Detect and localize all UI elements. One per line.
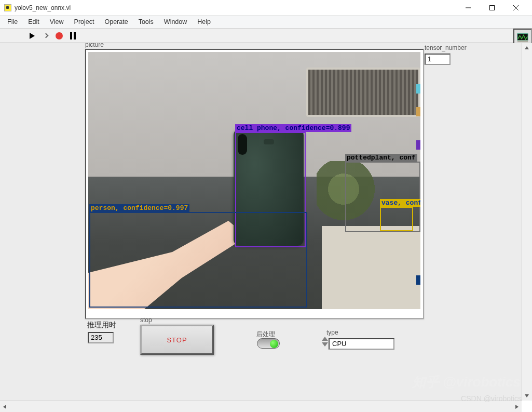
svg-marker-7 bbox=[525, 394, 529, 397]
run-button[interactable] bbox=[27, 31, 37, 41]
partial-detection-chip bbox=[416, 140, 420, 150]
svg-rect-5 bbox=[517, 41, 528, 43]
labview-icon bbox=[4, 4, 11, 11]
svg-rect-0 bbox=[466, 7, 471, 8]
titlebar: yolov5_new_onnx.vi bbox=[0, 0, 532, 16]
menu-help[interactable]: Help bbox=[192, 17, 216, 27]
partial-detection-chip bbox=[416, 275, 420, 285]
pause-button[interactable] bbox=[67, 31, 78, 41]
tensor-number-label: tensor_number bbox=[425, 44, 467, 51]
bbox-person: person, confidence=0.997 bbox=[89, 212, 307, 308]
menu-operate[interactable]: Operate bbox=[99, 17, 133, 27]
menubar: File Edit View Project Operate Tools Win… bbox=[0, 16, 532, 29]
bbox-label: cell phone, confidence=0.899 bbox=[235, 124, 351, 132]
close-button[interactable] bbox=[504, 0, 528, 16]
camera-view: cell phone, confidence=0.899 person, con… bbox=[88, 52, 420, 309]
stop-button[interactable]: STOP bbox=[140, 325, 214, 355]
run-continuously-button[interactable] bbox=[40, 31, 51, 41]
menu-project[interactable]: Project bbox=[69, 17, 100, 27]
minimize-button[interactable] bbox=[456, 0, 480, 16]
toolbar: ? bbox=[0, 29, 532, 43]
vertical-scrollbar[interactable] bbox=[522, 43, 532, 401]
bbox-label: pottedplant, conf bbox=[345, 154, 417, 162]
partial-detection-chip bbox=[416, 84, 420, 94]
inference-time-field: 235 bbox=[88, 332, 114, 343]
bbox-label: person, confidence=0.997 bbox=[89, 204, 189, 212]
type-label: type bbox=[326, 329, 338, 336]
maximize-button[interactable] bbox=[480, 0, 504, 16]
front-panel: picture cell phone, confidence=0.899 per… bbox=[0, 43, 522, 401]
watermark-zhihu: 知乎 @virobotics bbox=[412, 373, 521, 391]
chevron-up-icon bbox=[322, 337, 328, 341]
bbox-vase: vase, conf bbox=[380, 207, 413, 231]
loop-arrows-icon bbox=[44, 34, 48, 37]
bbox-label: vase, conf bbox=[380, 199, 420, 207]
svg-rect-1 bbox=[490, 5, 495, 10]
led-on-icon bbox=[270, 340, 278, 348]
scroll-up-icon[interactable] bbox=[522, 43, 531, 52]
type-spinner[interactable] bbox=[322, 337, 329, 350]
run-arrow-icon bbox=[30, 33, 35, 39]
oscilloscope-icon bbox=[517, 33, 528, 43]
picture-label: picture bbox=[85, 43, 104, 48]
pause-icon bbox=[70, 32, 76, 39]
abort-circle-icon bbox=[56, 32, 63, 39]
menu-edit[interactable]: Edit bbox=[23, 17, 45, 27]
menu-view[interactable]: View bbox=[45, 17, 69, 27]
abort-button[interactable] bbox=[54, 31, 64, 41]
inference-time-label: 推理用时 bbox=[87, 321, 116, 330]
stop-label: stop bbox=[140, 316, 152, 324]
picture-indicator: cell phone, confidence=0.899 person, con… bbox=[85, 49, 424, 319]
scroll-right-icon[interactable] bbox=[512, 402, 522, 411]
menu-file[interactable]: File bbox=[2, 17, 23, 27]
menu-window[interactable]: Window bbox=[159, 17, 192, 27]
svg-marker-6 bbox=[525, 46, 529, 49]
svg-marker-8 bbox=[3, 405, 6, 409]
watermark-csdn: CSDN @virobotics bbox=[461, 394, 522, 403]
type-field[interactable]: CPU bbox=[329, 338, 394, 350]
tensor-number-field: 1 bbox=[425, 54, 451, 65]
scroll-down-icon[interactable] bbox=[522, 391, 531, 401]
postproc-label: 后处理 bbox=[256, 330, 275, 339]
horizontal-scrollbar[interactable] bbox=[0, 401, 522, 412]
chevron-down-icon bbox=[322, 342, 328, 347]
scroll-left-icon[interactable] bbox=[0, 402, 9, 411]
partial-detection-chip bbox=[416, 107, 420, 116]
window-title: yolov5_new_onnx.vi bbox=[15, 4, 456, 11]
svg-marker-9 bbox=[515, 405, 519, 409]
menu-tools[interactable]: Tools bbox=[133, 17, 159, 27]
postproc-led[interactable] bbox=[257, 338, 280, 349]
